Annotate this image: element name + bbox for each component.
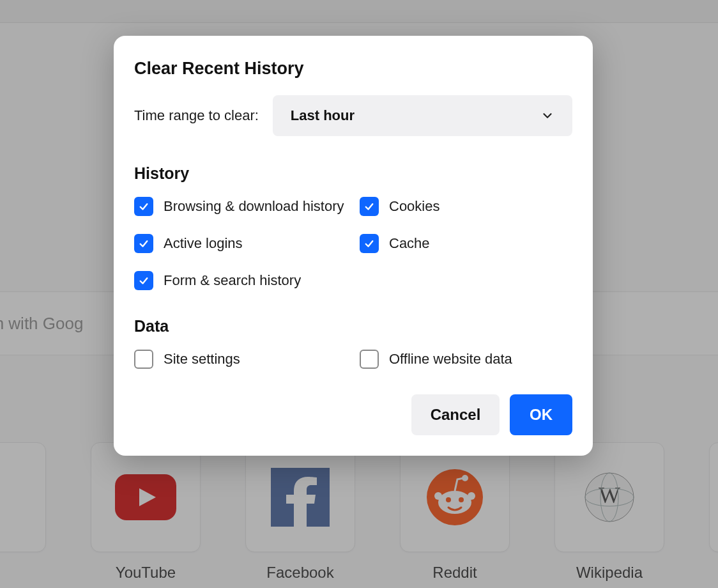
checkmark-icon <box>138 275 149 286</box>
checkbox-label: Offline website data <box>389 351 512 368</box>
time-range-label: Time range to clear: <box>134 107 259 124</box>
checkbox-row-site-settings: Site settings <box>134 350 347 369</box>
checkmark-icon <box>138 201 149 212</box>
checkbox-active-logins[interactable] <box>134 234 153 253</box>
checkmark-icon <box>138 238 149 249</box>
checkbox-form-search[interactable] <box>134 271 153 290</box>
cancel-button[interactable]: Cancel <box>411 394 500 435</box>
checkbox-cookies[interactable] <box>360 197 379 216</box>
dialog-title: Clear Recent History <box>134 59 572 79</box>
clear-history-dialog: Clear Recent History Time range to clear… <box>114 36 593 456</box>
checkbox-label: Browsing & download history <box>164 198 344 215</box>
chevron-down-icon <box>540 109 554 123</box>
checkmark-icon <box>363 201 375 212</box>
checkbox-row-cookies: Cookies <box>360 197 572 216</box>
checkbox-site-settings[interactable] <box>134 350 153 369</box>
checkbox-label: Cache <box>389 235 430 252</box>
time-range-dropdown[interactable]: Last hour <box>273 95 572 136</box>
checkmark-icon <box>363 238 375 249</box>
data-section-header: Data <box>134 317 572 336</box>
checkbox-cache[interactable] <box>360 234 379 253</box>
checkbox-row-form-search: Form & search history <box>134 271 347 290</box>
ok-button[interactable]: OK <box>510 394 572 435</box>
history-section-header: History <box>134 164 572 183</box>
checkbox-offline-data[interactable] <box>360 350 379 369</box>
checkbox-label: Cookies <box>389 198 439 215</box>
checkbox-row-browsing-history: Browsing & download history <box>134 197 347 216</box>
checkbox-row-offline-data: Offline website data <box>360 350 572 369</box>
checkbox-label: Active logins <box>164 235 243 252</box>
checkbox-label: Site settings <box>164 351 240 368</box>
checkbox-row-active-logins: Active logins <box>134 234 347 253</box>
checkbox-row-cache: Cache <box>360 234 572 253</box>
checkbox-browsing-history[interactable] <box>134 197 153 216</box>
time-range-value: Last hour <box>291 107 355 124</box>
checkbox-label: Form & search history <box>164 272 301 289</box>
